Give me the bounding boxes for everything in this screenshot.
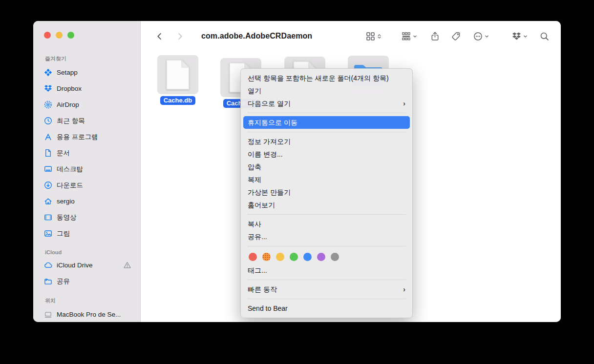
sidebar-item-downloads[interactable]: 다운로드 <box>44 177 135 193</box>
sidebar-item-shared[interactable]: 공유 <box>44 273 135 289</box>
menu-item-label: 선택 항목을 포함하는 새로운 폴더(4개의 항목) <box>248 72 406 84</box>
tag-color-row <box>241 249 412 264</box>
sidebar-section-locations: 위치 <box>45 297 135 304</box>
sidebar-item-applications[interactable]: 응용 프로그램 <box>44 129 135 145</box>
sidebar-item-recents[interactable]: 최근 항목 <box>44 113 135 129</box>
sidebar-item-label: 그림 <box>57 229 70 238</box>
menu-item-label: 정보 가져오기 <box>248 135 406 148</box>
warning-icon <box>123 261 131 269</box>
file-cache-db-1[interactable]: Cache.db <box>155 55 200 105</box>
menu-separator <box>247 132 406 132</box>
search-button[interactable] <box>540 32 549 41</box>
menu-item-copy[interactable]: 복사 <box>241 218 412 230</box>
menu-item-label: 압축 <box>248 161 406 173</box>
context-menu: 선택 항목을 포함하는 새로운 폴더(4개의 항목) 열기 다음으로 열기 › … <box>240 68 413 318</box>
dropbox-icon <box>44 84 52 93</box>
menu-item-make-alias[interactable]: 가상본 만들기 <box>241 186 412 199</box>
menu-item-open-with[interactable]: 다음으로 열기 › <box>241 97 412 110</box>
chevron-down-icon <box>523 33 528 40</box>
dropbox-toolbar-button[interactable] <box>512 32 528 41</box>
sidebar-item-icloud-drive[interactable]: iCloud Drive <box>44 257 135 273</box>
sidebar-item-label: MacBook Pro de Se... <box>57 311 121 318</box>
ellipsis-circle-icon <box>473 32 483 41</box>
tag-orange[interactable] <box>262 253 271 261</box>
sidebar-section-favorites: 즐겨찾기 <box>45 55 135 62</box>
share-icon <box>430 32 440 41</box>
search-icon <box>540 32 549 41</box>
sidebar-item-airdrop[interactable]: AirDrop <box>44 97 135 113</box>
menu-item-quick-look[interactable]: 훑어보기 <box>241 199 412 211</box>
tag-yellow[interactable] <box>276 253 284 261</box>
menu-item-rename[interactable]: 이름 변경... <box>241 148 412 161</box>
sidebar-item-setapp[interactable]: Setapp <box>44 64 135 81</box>
sidebar-item-label: 문서 <box>57 149 70 158</box>
tags-button[interactable] <box>451 32 461 41</box>
menu-item-move-to-trash[interactable]: 휴지통으로 이동 <box>243 116 410 129</box>
group-by-icon <box>402 32 411 41</box>
setapp-icon <box>44 68 52 77</box>
sidebar-item-label: 공유 <box>57 277 70 286</box>
menu-separator <box>247 299 406 299</box>
sidebar: 즐겨찾기 Setapp Dropbox AirDrop 최근 항목 응용 프로그… <box>33 21 141 322</box>
group-by-button[interactable] <box>402 32 418 41</box>
menu-item-label: 가상본 만들기 <box>248 186 406 199</box>
view-options-button[interactable] <box>366 32 382 41</box>
sidebar-item-label: AirDrop <box>57 101 79 108</box>
download-icon <box>44 181 52 189</box>
sidebar-item-movies[interactable]: 동영상 <box>44 209 135 225</box>
sidebar-item-macbook[interactable]: MacBook Pro de Se... <box>44 306 135 322</box>
menu-item-duplicate[interactable]: 복제 <box>241 173 412 186</box>
menu-item-quick-actions[interactable]: 빠른 동작 › <box>241 283 412 296</box>
sidebar-section-icloud: iCloud <box>45 249 135 255</box>
menu-item-label: 태그... <box>248 264 406 277</box>
close-button[interactable] <box>44 32 51 39</box>
laptop-icon <box>44 310 52 319</box>
sidebar-item-label: sergio <box>57 198 75 205</box>
menu-item-tags[interactable]: 태그... <box>241 264 412 277</box>
sidebar-item-label: 다운로드 <box>57 181 83 190</box>
menu-item-label: 빠른 동작 <box>248 283 403 296</box>
menu-item-open[interactable]: 열기 <box>241 84 412 97</box>
photos-icon <box>44 229 52 238</box>
minimize-button[interactable] <box>56 32 63 39</box>
sidebar-item-home[interactable]: sergio <box>44 193 135 209</box>
menu-item-label: 이름 변경... <box>248 148 406 161</box>
menu-separator <box>247 214 406 215</box>
tag-green[interactable] <box>290 253 298 261</box>
applications-icon <box>44 133 52 141</box>
sidebar-item-desktop[interactable]: 데스크탑 <box>44 161 135 177</box>
menu-item-send-to-bear[interactable]: Send to Bear <box>241 302 412 315</box>
chevron-updown-icon <box>377 33 382 40</box>
menu-item-get-info[interactable]: 정보 가져오기 <box>241 135 412 148</box>
tag-gray[interactable] <box>331 253 339 261</box>
cloud-icon <box>44 261 52 269</box>
sidebar-item-documents[interactable]: 문서 <box>44 145 135 161</box>
back-button[interactable] <box>155 30 168 42</box>
menu-item-label: 다음으로 열기 <box>248 97 403 110</box>
desktop-icon <box>44 165 52 173</box>
file-selection-highlight <box>157 55 198 94</box>
zoom-button[interactable] <box>67 32 74 39</box>
share-button[interactable] <box>430 32 440 41</box>
submenu-chevron-icon: › <box>403 97 405 110</box>
more-actions-button[interactable] <box>473 32 489 41</box>
menu-separator <box>247 113 406 113</box>
airdrop-icon <box>44 101 52 109</box>
menu-item-share[interactable]: 공유... <box>241 230 412 243</box>
tag-blue[interactable] <box>303 253 312 261</box>
clock-icon <box>44 117 52 125</box>
forward-button[interactable] <box>176 30 189 42</box>
view-grid-icon <box>366 32 375 41</box>
sidebar-item-label: Dropbox <box>57 85 82 92</box>
sidebar-item-pictures[interactable]: 그림 <box>44 225 135 242</box>
menu-item-label: 훑어보기 <box>248 199 406 211</box>
tag-icon <box>451 32 461 41</box>
menu-item-new-folder-with-selection[interactable]: 선택 항목을 포함하는 새로운 폴더(4개의 항목) <box>241 72 412 84</box>
tag-purple[interactable] <box>317 253 325 261</box>
tag-red[interactable] <box>249 253 257 261</box>
menu-item-compress[interactable]: 압축 <box>241 161 412 173</box>
home-icon <box>44 197 52 205</box>
menu-item-label: 복제 <box>248 173 406 186</box>
sidebar-item-dropbox[interactable]: Dropbox <box>44 81 135 97</box>
menu-item-label: 휴지통으로 이동 <box>248 116 406 129</box>
